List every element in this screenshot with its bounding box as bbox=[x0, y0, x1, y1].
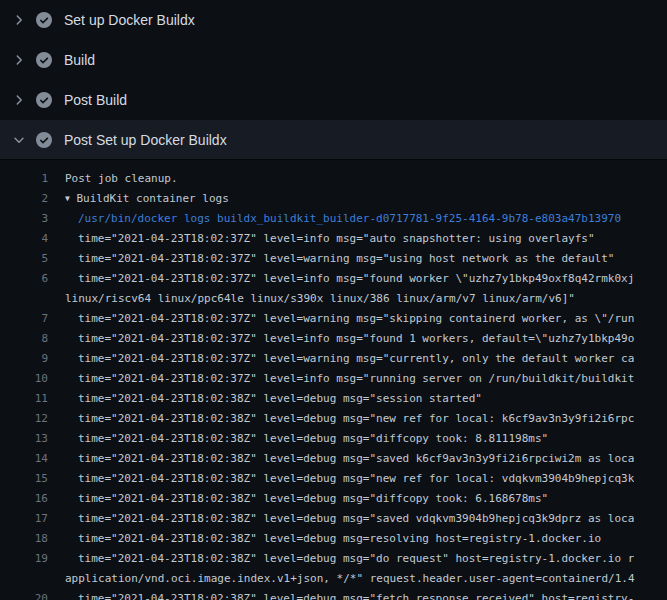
log-line: 8time="2021-04-23T18:02:37Z" level=info … bbox=[0, 329, 667, 349]
log-text: time="2021-04-23T18:02:37Z" level=info m… bbox=[78, 369, 634, 389]
chevron-right-icon bbox=[12, 13, 26, 27]
log-line: 17time="2021-04-23T18:02:38Z" level=debu… bbox=[0, 509, 667, 529]
log-text: time="2021-04-23T18:02:38Z" level=debug … bbox=[78, 589, 634, 600]
line-number[interactable]: 13 bbox=[0, 429, 48, 449]
log-line: application/vnd.oci.image.index.v1+json,… bbox=[0, 569, 667, 589]
line-number[interactable]: 20 bbox=[0, 589, 48, 600]
log-line: 14time="2021-04-23T18:02:38Z" level=debu… bbox=[0, 449, 667, 469]
chevron-right-icon bbox=[12, 53, 26, 67]
log-line: 4time="2021-04-23T18:02:37Z" level=info … bbox=[0, 229, 667, 249]
log-line: 9time="2021-04-23T18:02:37Z" level=warni… bbox=[0, 349, 667, 369]
log-text: time="2021-04-23T18:02:37Z" level=info m… bbox=[78, 329, 634, 349]
log-line: 1Post job cleanup. bbox=[0, 169, 667, 189]
log-group-toggle[interactable]: ▼ BuildKit container logs bbox=[65, 189, 229, 209]
log-text: time="2021-04-23T18:02:38Z" level=debug … bbox=[78, 529, 601, 549]
log-line: 15time="2021-04-23T18:02:38Z" level=debu… bbox=[0, 469, 667, 489]
line-number[interactable]: 14 bbox=[0, 449, 48, 469]
log-text: time="2021-04-23T18:02:38Z" level=debug … bbox=[78, 429, 548, 449]
log-text: time="2021-04-23T18:02:38Z" level=debug … bbox=[78, 409, 634, 429]
step-label: Set up Docker Buildx bbox=[64, 13, 195, 27]
line-number[interactable]: 2 bbox=[0, 189, 48, 209]
log-text: time="2021-04-23T18:02:37Z" level=warnin… bbox=[78, 349, 634, 369]
log-command-text: /usr/bin/docker logs buildx_buildkit_bui… bbox=[78, 209, 621, 229]
log-line: 10time="2021-04-23T18:02:37Z" level=info… bbox=[0, 369, 667, 389]
line-number[interactable]: 4 bbox=[0, 229, 48, 249]
log-text: linux/riscv64 linux/ppc64le linux/s390x … bbox=[65, 289, 575, 309]
line-number[interactable]: 19 bbox=[0, 549, 48, 569]
line-number[interactable]: 1 bbox=[0, 169, 48, 189]
line-number bbox=[0, 569, 48, 589]
line-number[interactable]: 18 bbox=[0, 529, 48, 549]
log-text: Post job cleanup. bbox=[65, 169, 178, 189]
line-number[interactable]: 16 bbox=[0, 489, 48, 509]
step-row[interactable]: Post Set up Docker Buildx bbox=[0, 120, 667, 160]
log-line: 16time="2021-04-23T18:02:38Z" level=debu… bbox=[0, 489, 667, 509]
log-text: time="2021-04-23T18:02:38Z" level=debug … bbox=[78, 549, 634, 569]
log-text: time="2021-04-23T18:02:38Z" level=debug … bbox=[78, 489, 548, 509]
log-line: 5time="2021-04-23T18:02:37Z" level=warni… bbox=[0, 249, 667, 269]
log-text: time="2021-04-23T18:02:37Z" level=info m… bbox=[78, 269, 634, 289]
log-line: 20time="2021-04-23T18:02:38Z" level=debu… bbox=[0, 589, 667, 600]
log-text: time="2021-04-23T18:02:38Z" level=debug … bbox=[78, 389, 482, 409]
log-line: 18time="2021-04-23T18:02:38Z" level=debu… bbox=[0, 529, 667, 549]
check-circle-icon bbox=[36, 52, 52, 68]
log-line: 13time="2021-04-23T18:02:38Z" level=debu… bbox=[0, 429, 667, 449]
line-number[interactable]: 17 bbox=[0, 509, 48, 529]
log-line: 12time="2021-04-23T18:02:38Z" level=debu… bbox=[0, 409, 667, 429]
line-number bbox=[0, 289, 48, 309]
log-text: time="2021-04-23T18:02:37Z" level=warnin… bbox=[78, 309, 634, 329]
line-number[interactable]: 10 bbox=[0, 369, 48, 389]
log-text: time="2021-04-23T18:02:38Z" level=debug … bbox=[78, 449, 634, 469]
log-text: time="2021-04-23T18:02:38Z" level=debug … bbox=[78, 509, 634, 529]
triangle-down-icon: ▼ bbox=[65, 189, 70, 209]
line-number[interactable]: 5 bbox=[0, 249, 48, 269]
line-number[interactable]: 9 bbox=[0, 349, 48, 369]
line-number[interactable]: 3 bbox=[0, 209, 48, 229]
log-text: time="2021-04-23T18:02:38Z" level=debug … bbox=[78, 469, 634, 489]
actions-log-viewer: Set up Docker BuildxBuildPost BuildPost … bbox=[0, 0, 667, 600]
log-line: 3/usr/bin/docker logs buildx_buildkit_bu… bbox=[0, 209, 667, 229]
log-line: 6time="2021-04-23T18:02:37Z" level=info … bbox=[0, 269, 667, 289]
line-number[interactable]: 6 bbox=[0, 269, 48, 289]
chevron-right-icon bbox=[12, 93, 26, 107]
log-line: 11time="2021-04-23T18:02:38Z" level=debu… bbox=[0, 389, 667, 409]
log-line: 19time="2021-04-23T18:02:38Z" level=debu… bbox=[0, 549, 667, 569]
step-label: Post Set up Docker Buildx bbox=[64, 133, 227, 147]
line-number[interactable]: 8 bbox=[0, 329, 48, 349]
check-circle-icon bbox=[36, 132, 52, 148]
step-row[interactable]: Post Build bbox=[0, 80, 667, 120]
log-line: 2▼ BuildKit container logs bbox=[0, 189, 667, 209]
line-number[interactable]: 12 bbox=[0, 409, 48, 429]
line-number[interactable]: 11 bbox=[0, 389, 48, 409]
check-circle-icon bbox=[36, 12, 52, 28]
step-label: Post Build bbox=[64, 93, 127, 107]
log-text: time="2021-04-23T18:02:37Z" level=info m… bbox=[78, 229, 595, 249]
log-panel: 1Post job cleanup.2▼ BuildKit container … bbox=[0, 160, 667, 600]
log-line: linux/riscv64 linux/ppc64le linux/s390x … bbox=[0, 289, 667, 309]
log-text: application/vnd.oci.image.index.v1+json,… bbox=[65, 569, 635, 589]
step-row[interactable]: Build bbox=[0, 40, 667, 80]
step-row[interactable]: Set up Docker Buildx bbox=[0, 0, 667, 40]
chevron-down-icon bbox=[12, 133, 26, 147]
log-line: 7time="2021-04-23T18:02:37Z" level=warni… bbox=[0, 309, 667, 329]
log-group-label: BuildKit container logs bbox=[76, 192, 228, 205]
line-number[interactable]: 7 bbox=[0, 309, 48, 329]
step-label: Build bbox=[64, 53, 95, 67]
check-circle-icon bbox=[36, 92, 52, 108]
line-number[interactable]: 15 bbox=[0, 469, 48, 489]
log-text: time="2021-04-23T18:02:37Z" level=warnin… bbox=[78, 249, 614, 269]
steps-list: Set up Docker BuildxBuildPost BuildPost … bbox=[0, 0, 667, 160]
